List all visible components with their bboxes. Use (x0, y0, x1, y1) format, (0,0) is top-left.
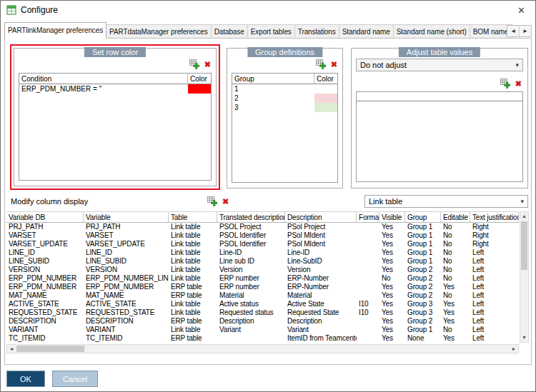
add-icon[interactable] (207, 196, 217, 206)
add-icon[interactable] (500, 79, 510, 89)
table-cell: ERP_PDM_NUMBER (84, 283, 169, 291)
column-header-color[interactable]: Color (188, 74, 211, 84)
table-cell: I10 (357, 308, 379, 317)
table-row[interactable]: LINE_SUBIDLINE_SUBIDLink tableLine sub I… (6, 257, 519, 266)
vertical-scrollbar[interactable]: ▲ ▼ (520, 211, 529, 343)
table-row[interactable]: TC_ITEMIDTC_ITEMIDERP tableItemID from T… (6, 334, 519, 343)
set-row-color-group: Set row color ✖ Condition Color ERP_PDM_… (14, 48, 217, 186)
table-cell: Requested State (285, 308, 357, 317)
column-header[interactable]: Group (405, 212, 441, 222)
table-row[interactable]: REQUESTED_STATEREQUESTED_STATELink table… (6, 308, 519, 317)
close-icon[interactable]: ✕ (513, 4, 530, 16)
scroll-up-icon[interactable]: ▲ (520, 212, 528, 221)
table-cell: No (441, 274, 470, 283)
table-row[interactable]: ERP_PDM_NUMBERERP_PDM_NUMBERERP tableERP… (6, 283, 519, 291)
table-row[interactable]: 1 (232, 84, 337, 94)
tab-partdatamanager-preferences[interactable]: PARTdataManager preferences (106, 24, 212, 39)
delete-icon[interactable]: ✖ (331, 60, 337, 69)
column-header[interactable]: Format (357, 212, 379, 222)
tab-export-tables[interactable]: Export tables (247, 24, 295, 39)
table-cell: Yes (379, 317, 405, 326)
column-header-color[interactable]: Color (314, 74, 337, 84)
table-cell: Line-SubID (285, 257, 357, 266)
column-header[interactable]: Visible (379, 212, 405, 222)
table-cell: ItemID from Teamcenter (285, 334, 357, 343)
table-cell: Yes (441, 308, 470, 317)
vertical-scrollbar-thumb[interactable] (521, 221, 527, 270)
table-cell: Left (470, 283, 519, 291)
color-swatch[interactable] (314, 103, 337, 112)
table-row[interactable]: VERSIONVERSIONLink tableVersionVersionYe… (6, 266, 519, 274)
tab-standard-name[interactable]: Standard name (339, 24, 394, 39)
tab-partlinkmanager-preferences[interactable]: PARTlinkManager preferences (4, 22, 106, 39)
table-row[interactable]: ACTIVE_STATEACTIVE_STATELink tableActive… (6, 300, 519, 308)
table-row[interactable]: 3 (232, 103, 337, 112)
table-cell: VARSET_UPDATE (84, 240, 169, 248)
table-cell: PRJ_PATH (84, 223, 169, 231)
table-select-dropdown[interactable]: Link table ▾ (364, 195, 528, 208)
table-cell: LINE_ID (6, 248, 84, 257)
table-row[interactable]: MAT_NAMEMAT_NAMEERP tableMaterialMateria… (6, 291, 519, 300)
table-row[interactable]: ERP_PDM_NUMBERERP_PDM_NUMBER_LINKTABLELi… (6, 274, 519, 283)
adjust-mode-dropdown[interactable]: Do not adjust ▾ (356, 59, 523, 71)
table-cell: I10 (357, 300, 379, 308)
delete-icon[interactable]: ✖ (204, 60, 211, 69)
horizontal-scrollbar[interactable]: ◄ ► (6, 344, 519, 353)
configure-dialog: Configure ✕ PARTlinkManager preferencesP… (0, 0, 536, 392)
scroll-right-icon[interactable]: ► (510, 345, 518, 353)
column-header[interactable]: Editable (441, 212, 470, 222)
main-table-header: Variable DBVariableTableTranslated descr… (6, 211, 519, 223)
table-row[interactable]: VARSET_UPDATEVARSET_UPDATELink tablePSOL… (6, 240, 519, 248)
tab-database[interactable]: Database (211, 24, 248, 39)
tab-translations[interactable]: Translations (294, 24, 339, 39)
table-row[interactable]: LINE_IDLINE_IDLink tableLine-IDLine-IDYe… (6, 248, 519, 257)
table-cell: Description (217, 317, 285, 326)
adjust-table-values-title: Adjust table values (399, 47, 480, 57)
add-icon[interactable] (189, 59, 199, 69)
column-header-condition[interactable]: Condition (19, 74, 188, 84)
table-cell: ERP-Number (285, 283, 357, 291)
chevron-down-icon: ▾ (520, 198, 524, 205)
scroll-left-icon[interactable]: ◄ (7, 345, 16, 353)
app-icon (6, 5, 16, 15)
column-header[interactable]: Table (169, 212, 217, 222)
column-header[interactable]: Variable (84, 212, 169, 222)
column-header[interactable]: Translated description (217, 212, 285, 222)
table-cell: Group 1 (405, 326, 441, 334)
color-swatch[interactable] (188, 84, 211, 94)
set-row-color-toolbar: ✖ (189, 59, 211, 69)
column-header[interactable]: Text justification (470, 212, 519, 222)
table-row[interactable]: PRJ_PATHPRJ_PATHLink tablePSOL ProjectPS… (6, 223, 519, 231)
tab-scroll-left-icon[interactable]: ◄ (507, 26, 519, 36)
color-swatch[interactable] (314, 84, 337, 94)
tab-standard-name-short-[interactable]: Standard name (short) (393, 24, 470, 39)
tab-scroll-right-icon[interactable]: ► (519, 26, 531, 36)
column-header[interactable]: Description (285, 212, 357, 222)
table-cell: Active status (217, 300, 285, 308)
table-cell: DESCRIPTION (84, 317, 169, 326)
table-cell: Yes (441, 300, 470, 308)
table-row[interactable]: 2 (232, 94, 337, 103)
table-row[interactable]: DESCRIPTIONDESCRIPTIONERP tableDescripti… (6, 317, 519, 326)
color-swatch[interactable] (314, 94, 337, 103)
ok-button[interactable]: OK (6, 371, 45, 387)
table-cell: No (441, 248, 470, 257)
table-row[interactable]: VARIANTVARIANTLink tableVariantVariantYe… (6, 326, 519, 334)
table-cell: PSOL Identifier (217, 231, 285, 240)
delete-icon[interactable]: ✖ (222, 197, 229, 206)
table-cell: Active State (285, 300, 357, 308)
tab-bom-name[interactable]: BOM name (470, 24, 512, 39)
cancel-button[interactable]: Cancel (52, 371, 98, 387)
dialog-buttons: OK Cancel (6, 371, 98, 387)
delete-icon[interactable]: ✖ (515, 79, 522, 88)
table-cell: Yes (441, 317, 470, 326)
title-bar: Configure ✕ (1, 1, 535, 19)
table-row[interactable]: VARSETVARSETLink tablePSOL IdentifierPSo… (6, 231, 519, 240)
table-row[interactable]: ERP_PDM_NUMBER = '' (19, 84, 211, 94)
scroll-down-icon[interactable]: ▼ (520, 333, 528, 342)
add-icon[interactable] (316, 59, 326, 69)
table-cell (357, 223, 379, 231)
column-header-group[interactable]: Group (232, 74, 314, 84)
column-header[interactable]: Variable DB (6, 212, 84, 222)
horizontal-scrollbar-thumb[interactable] (16, 346, 84, 352)
